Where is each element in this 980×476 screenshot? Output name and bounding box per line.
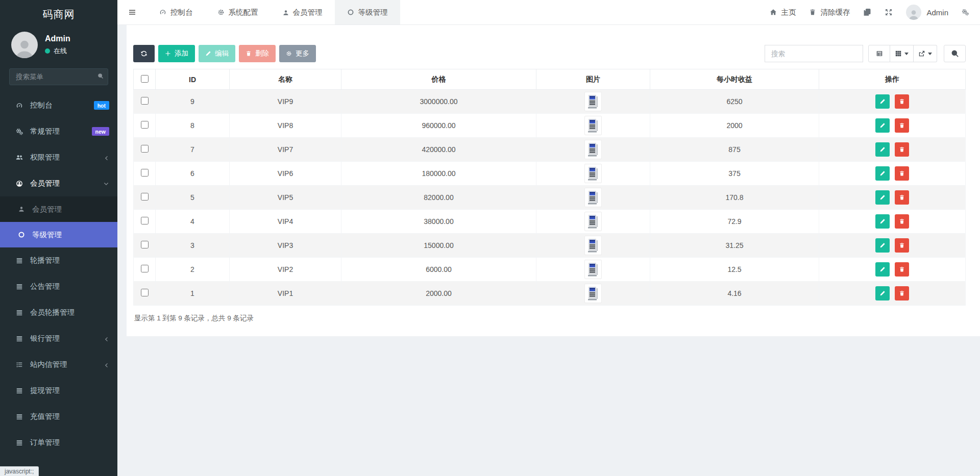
tab-member[interactable]: 会员管理 — [271, 0, 335, 24]
column-header-name: 名称 — [230, 69, 341, 90]
row-delete-button[interactable] — [895, 214, 909, 229]
refresh-button[interactable] — [133, 45, 155, 62]
row-image-thumbnail[interactable] — [584, 188, 602, 207]
row-checkbox-cell — [134, 162, 156, 186]
trash-icon — [899, 170, 905, 177]
row-delete-button[interactable] — [895, 238, 909, 253]
cell-price: 420000.00 — [341, 138, 536, 162]
table-search-input[interactable] — [765, 45, 863, 62]
clear-cache-button[interactable]: 清除缓存 — [809, 8, 850, 17]
row-delete-button[interactable] — [895, 286, 909, 300]
row-checkbox[interactable] — [141, 169, 149, 177]
user-circle-icon — [15, 180, 23, 187]
row-checkbox[interactable] — [141, 217, 149, 224]
row-image-thumbnail[interactable] — [584, 260, 602, 279]
sidebar-item-bank[interactable]: 银行管理 — [0, 325, 117, 352]
home-button[interactable]: 主页 — [770, 8, 796, 17]
machine-image — [587, 142, 599, 157]
table-row: 7 VIP7 420000.00 875 — [134, 138, 966, 162]
cell-image — [536, 258, 650, 282]
row-delete-button[interactable] — [895, 118, 909, 133]
row-edit-button[interactable] — [875, 190, 890, 205]
row-checkbox[interactable] — [141, 265, 149, 272]
sidebar-subitem-level[interactable]: 等级管理 — [0, 222, 117, 247]
row-edit-button[interactable] — [875, 262, 890, 277]
sidebar-item-order[interactable]: 订单管理 — [0, 430, 117, 456]
cell-hourly: 4.16 — [650, 282, 819, 306]
more-button[interactable]: 更多 — [279, 45, 316, 62]
sidebar-item-notice[interactable]: 公告管理 — [0, 273, 117, 299]
pencil-icon — [879, 98, 886, 105]
sidebar-item-message[interactable]: 站内信管理 — [0, 352, 117, 378]
row-checkbox[interactable] — [141, 145, 149, 153]
cell-image — [536, 186, 650, 210]
row-checkbox[interactable] — [141, 121, 149, 129]
export-dropdown-button[interactable] — [914, 45, 937, 62]
sidebar-item-member[interactable]: 会员管理 — [0, 170, 117, 196]
row-edit-button[interactable] — [875, 166, 890, 181]
row-checkbox[interactable] — [141, 97, 149, 105]
sidebar-subitem-member[interactable]: 会员管理 — [0, 196, 117, 222]
row-checkbox[interactable] — [141, 289, 149, 296]
tab-level[interactable]: 等级管理 — [335, 0, 400, 24]
row-image-thumbnail[interactable] — [584, 212, 602, 231]
row-image-thumbnail[interactable] — [584, 140, 602, 159]
detail-view-button[interactable] — [868, 45, 890, 62]
settings-button[interactable] — [962, 8, 969, 16]
row-image-thumbnail[interactable] — [584, 92, 602, 111]
row-edit-button[interactable] — [875, 214, 890, 229]
column-header-hourly: 每小时收益 — [650, 69, 819, 90]
sidebar-item-label: 会员管理 — [30, 179, 60, 188]
files-button[interactable] — [863, 8, 871, 17]
sidebar-item-recharge[interactable]: 充值管理 — [0, 404, 117, 430]
tab-bar: 控制台 系统配置 会员管理 等级管理 — [147, 0, 400, 24]
row-delete-button[interactable] — [895, 190, 909, 205]
chevron-left-icon — [103, 361, 109, 369]
pencil-icon — [205, 51, 211, 57]
sidebar-item-dashboard[interactable]: 控制台 hot — [0, 92, 117, 118]
row-image-thumbnail[interactable] — [584, 236, 602, 255]
row-image-thumbnail[interactable] — [584, 284, 602, 303]
menu-search-input[interactable] — [9, 68, 108, 85]
user-menu[interactable]: Admin — [906, 5, 948, 20]
chevron-left-icon — [103, 335, 109, 343]
cell-actions — [819, 186, 966, 210]
row-edit-button[interactable] — [875, 118, 890, 133]
row-edit-button[interactable] — [875, 142, 890, 157]
sidebar-item-auth[interactable]: 权限管理 — [0, 144, 117, 170]
cell-image — [536, 138, 650, 162]
row-delete-button[interactable] — [895, 94, 909, 109]
row-delete-button[interactable] — [895, 262, 909, 277]
row-checkbox[interactable] — [141, 241, 149, 248]
columns-dropdown-button[interactable] — [890, 45, 914, 62]
row-image-thumbnail[interactable] — [584, 116, 602, 135]
sidebar-item-label: 轮播管理 — [30, 256, 60, 265]
sidebar-item-carousel[interactable]: 轮播管理 — [0, 247, 117, 273]
row-edit-button[interactable] — [875, 94, 890, 109]
cell-price: 960000.00 — [341, 114, 536, 138]
trash-icon — [899, 122, 905, 129]
row-checkbox[interactable] — [141, 193, 149, 201]
row-edit-button[interactable] — [875, 286, 890, 300]
row-delete-button[interactable] — [895, 166, 909, 181]
row-image-thumbnail[interactable] — [584, 164, 602, 183]
trash-icon — [809, 8, 816, 16]
sidebar-toggle-button[interactable] — [117, 0, 147, 24]
machine-image — [587, 238, 599, 253]
toolbar: 添加 编辑 删除 更多 — [133, 45, 966, 62]
sidebar-item-withdraw[interactable]: 提现管理 — [0, 378, 117, 404]
row-edit-button[interactable] — [875, 238, 890, 253]
fullscreen-button[interactable] — [885, 8, 893, 17]
sidebar-item-general[interactable]: 常规管理 new — [0, 118, 117, 144]
select-all-checkbox[interactable] — [141, 75, 149, 83]
add-label: 添加 — [175, 49, 188, 58]
sidebar-item-member-carousel[interactable]: 会员轮播管理 — [0, 299, 117, 325]
edit-button[interactable]: 编辑 — [199, 45, 235, 62]
tab-system-config[interactable]: 系统配置 — [205, 0, 271, 24]
tab-dashboard[interactable]: 控制台 — [147, 0, 205, 24]
search-toggle-button[interactable] — [944, 45, 966, 62]
row-delete-button[interactable] — [895, 142, 909, 157]
add-button[interactable]: 添加 — [158, 45, 195, 62]
delete-button[interactable]: 删除 — [239, 45, 276, 62]
table-list-icon — [876, 50, 883, 57]
